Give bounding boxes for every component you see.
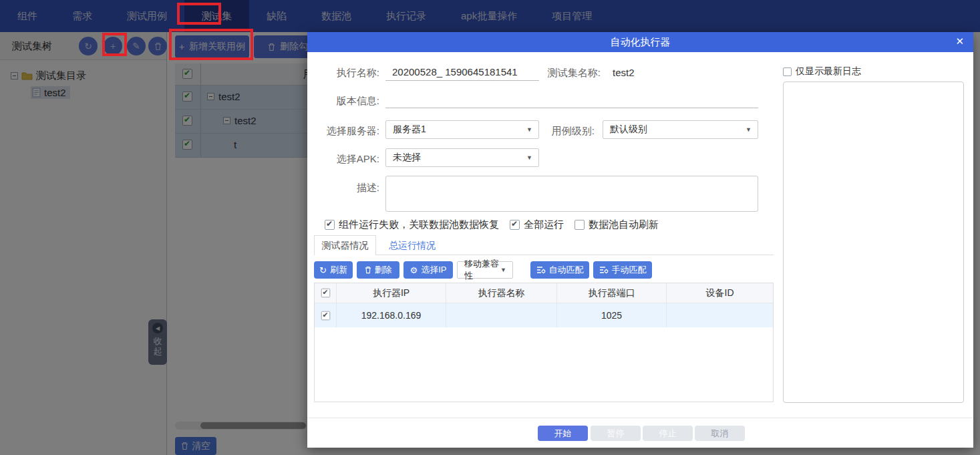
apk-select-label: 选择APK:	[307, 153, 379, 166]
chevron-down-icon: ▼	[526, 126, 532, 133]
dialog-titlebar: 自动化执行器 ✕	[307, 32, 973, 52]
auto-executor-dialog: 自动化执行器 ✕ 执行名称: 20200528_ 1590645181541 测…	[307, 32, 973, 448]
executor-name	[446, 303, 557, 327]
select-ip-button[interactable]: ⚙ 选择IP	[403, 261, 453, 279]
description-label: 描述:	[307, 182, 379, 194]
chevron-down-icon: ▼	[500, 267, 506, 273]
select-all-checkbox[interactable]	[321, 289, 330, 298]
executor-table-header: 执行器IP 执行器名称 执行器端口 设备ID	[315, 283, 773, 303]
tab-tester-status[interactable]: 测试器情况	[314, 235, 376, 255]
checkbox-checked[interactable]	[510, 220, 520, 230]
stop-button[interactable]: 停止	[643, 426, 693, 441]
checkbox-unchecked[interactable]	[575, 220, 585, 230]
case-level-select[interactable]: 默认级别 ▼	[603, 120, 758, 139]
version-input[interactable]	[385, 94, 758, 108]
testset-name-label: 测试集名称:	[540, 67, 601, 80]
log-output-area	[783, 82, 964, 403]
exec-name-input[interactable]: 20200528_ 1590645181541	[385, 65, 539, 81]
testset-name-value: test2	[613, 67, 635, 78]
checkbox-unchecked[interactable]	[783, 67, 792, 76]
manual-match-button[interactable]: 手动匹配	[593, 261, 652, 279]
refresh-button[interactable]: ↻ 刷新	[314, 261, 353, 279]
server-select[interactable]: 服务器1 ▼	[385, 120, 539, 139]
pause-button[interactable]: 暂停	[591, 426, 641, 441]
start-button[interactable]: 开始	[538, 426, 588, 441]
chevron-down-icon: ▼	[746, 126, 752, 133]
column-header-ip: 执行器IP	[337, 283, 446, 303]
option-datapool-refresh[interactable]: 数据池自动刷新	[575, 218, 659, 231]
apk-select[interactable]: 未选择 ▼	[385, 148, 539, 167]
latest-log-label: 仅显示最新日志	[796, 65, 861, 78]
version-label: 版本信息:	[307, 95, 379, 108]
trash-icon	[365, 266, 371, 274]
executor-device-id	[667, 303, 773, 327]
column-header-device: 设备ID	[667, 283, 773, 303]
row-checkbox[interactable]	[321, 311, 330, 320]
case-level-label: 用例级别:	[538, 125, 595, 138]
dialog-title: 自动化执行器	[307, 36, 973, 49]
run-options: 组件运行失败，关联数据池数据恢复 全部运行 数据池自动刷新	[325, 218, 659, 231]
close-icon[interactable]: ✕	[955, 35, 964, 47]
delete-button[interactable]: 删除	[357, 261, 399, 279]
match-settings-icon	[599, 266, 609, 274]
executor-row[interactable]: 192.168.0.169 1025	[315, 303, 773, 327]
executor-ip: 192.168.0.169	[337, 303, 446, 327]
cancel-button[interactable]: 取消	[695, 426, 745, 441]
latest-log-option[interactable]: 仅显示最新日志	[783, 65, 861, 78]
option-datapool-restore[interactable]: 组件运行失败，关联数据池数据恢复	[325, 218, 499, 231]
column-header-port: 执行器端口	[557, 283, 667, 303]
column-header-name: 执行器名称	[446, 283, 557, 303]
option-run-all[interactable]: 全部运行	[510, 218, 564, 231]
tab-overall-run-status[interactable]: 总运行情况	[389, 240, 436, 252]
gear-icon: ⚙	[410, 265, 418, 275]
executor-port: 1025	[557, 303, 667, 327]
exec-name-label: 执行名称:	[307, 67, 379, 80]
compat-mode-select[interactable]: 移动兼容性 ▼	[457, 261, 513, 279]
match-settings-icon	[536, 266, 546, 274]
footer-divider	[307, 418, 973, 418]
auto-match-button[interactable]: 自动匹配	[530, 261, 589, 279]
tab-underline	[314, 255, 774, 255]
server-select-label: 选择服务器:	[307, 125, 379, 138]
chevron-down-icon: ▼	[526, 154, 532, 161]
executor-table: 执行器IP 执行器名称 执行器端口 设备ID 192.168.0.169 102…	[314, 283, 774, 402]
checkbox-checked[interactable]	[325, 220, 335, 230]
description-textarea[interactable]	[385, 176, 758, 212]
refresh-icon: ↻	[319, 265, 327, 275]
